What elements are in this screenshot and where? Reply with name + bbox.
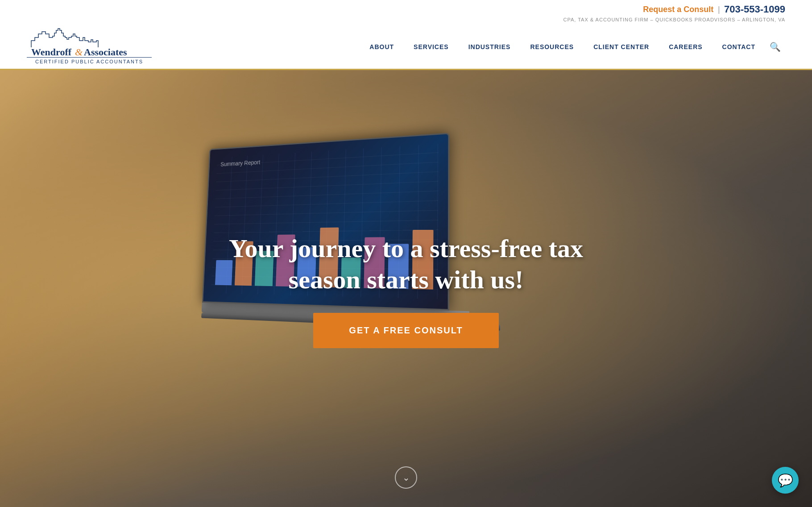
search-icon[interactable]: 🔍: [765, 28, 785, 66]
logo-area[interactable]: Wendroff & Associates CERTIFIED PUBLIC A…: [27, 25, 152, 69]
nav-item-careers[interactable]: CAREERS: [659, 30, 712, 64]
nav-item-contact[interactable]: CONTACT: [713, 30, 765, 64]
hero-section: Your journey to a stress-free tax season…: [0, 70, 812, 507]
cta-button[interactable]: GET A FREE CONSULT: [313, 313, 498, 348]
chat-bubble-button[interactable]: 💬: [772, 467, 799, 494]
consult-link[interactable]: Request a Consult: [643, 5, 713, 14]
svg-text:Wendroff: Wendroff: [31, 46, 72, 56]
nav-item-about[interactable]: ABOUT: [360, 30, 404, 64]
nav-item-resources[interactable]: RESOURCES: [520, 30, 584, 64]
header-bottom-bar: Wendroff & Associates CERTIFIED PUBLIC A…: [0, 25, 812, 69]
svg-text:&: &: [75, 46, 83, 56]
nav-item-industries[interactable]: INDUSTRIES: [459, 30, 521, 64]
chat-icon: 💬: [778, 473, 793, 488]
hero-content: Your journey to a stress-free tax season…: [0, 70, 812, 507]
header-top-bar: Request a Consult | 703-553-1099: [0, 0, 812, 17]
phone-number: 703-553-1099: [724, 4, 785, 15]
logo-subtitle: CERTIFIED PUBLIC ACCOUNTANTS: [27, 57, 152, 64]
chevron-down-icon: ⌄: [402, 472, 410, 483]
main-nav: ABOUT SERVICES INDUSTRIES RESOURCES CLIE…: [360, 28, 785, 66]
svg-text:Associates: Associates: [84, 46, 127, 56]
header-divider: |: [718, 5, 720, 14]
scroll-down-button[interactable]: ⌄: [395, 466, 417, 489]
hero-title: Your journey to a stress-free tax season…: [205, 233, 607, 295]
nav-item-services[interactable]: SERVICES: [404, 30, 459, 64]
nav-item-client-center[interactable]: CLIENT CENTER: [584, 30, 659, 64]
logo-svg: Wendroff & Associates: [27, 25, 152, 56]
site-header: Request a Consult | 703-553-1099 CPA, TA…: [0, 0, 812, 70]
firm-tagline: CPA, TAX & ACCOUNTING FIRM – QUICKBOOKS …: [0, 17, 812, 25]
